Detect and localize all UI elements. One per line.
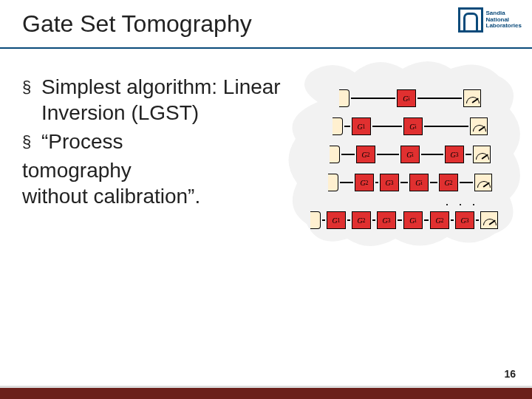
wire (377, 154, 399, 155)
wire (430, 182, 437, 183)
gate-g3: G3 (377, 211, 396, 229)
wire (398, 219, 402, 221)
wire (400, 182, 408, 183)
sequence-row: Gi (310, 86, 510, 111)
sequence-row: G2 Gi G3 (310, 142, 510, 167)
thunderbird-icon (458, 7, 483, 33)
wire (424, 126, 468, 127)
prep-icon (328, 174, 338, 191)
measure-icon (480, 211, 498, 229)
bullet-text: “Process (41, 129, 123, 154)
wire (375, 182, 378, 183)
gate-gi: Gi (403, 211, 423, 229)
gate-g2: G2 (352, 211, 371, 229)
wire (344, 126, 350, 127)
logo-line: Laboratories (486, 23, 522, 30)
ellipsis: . . . (414, 194, 510, 209)
page-number: 16 (504, 368, 516, 380)
bullet-item: § “Process (22, 129, 281, 154)
bullet-marker: § (22, 129, 41, 152)
gate-g2: G2 (355, 174, 374, 191)
gate-gi: Gi (400, 146, 420, 163)
sequence-row: G1 Gi (310, 114, 510, 139)
wire (351, 98, 395, 99)
prep-icon (330, 146, 340, 163)
gate-g1: G1 (352, 117, 371, 135)
bullet-continuation: tomography (22, 157, 281, 183)
gate-g3: G3 (380, 174, 399, 191)
wire (340, 182, 353, 183)
wire (372, 219, 375, 221)
bullet-continuation: without calibration”. (22, 183, 281, 209)
gate-sequence-diagram: Gi G1 Gi G2 Gi G3 (310, 86, 510, 236)
prep-icon (332, 117, 343, 135)
title-underline (0, 47, 532, 49)
wire (421, 154, 443, 155)
gate-g2: G2 (356, 146, 375, 163)
wire (417, 98, 462, 99)
slide: Gate Set Tomography Sandia National Labo… (0, 0, 532, 399)
gate-g1: G1 (327, 211, 346, 229)
prep-icon (339, 89, 349, 107)
gate-gi: Gi (403, 117, 423, 135)
measure-icon (470, 117, 488, 135)
footer-bar (0, 386, 532, 399)
bullet-text: Simplest algorithm: Linear Inversion (LG… (41, 74, 281, 126)
gate-g2: G2 (439, 174, 458, 191)
sequence-row: G1 G2 G3 Gi G2 G3 (310, 208, 510, 233)
wire (451, 219, 454, 221)
wire (476, 219, 479, 221)
gate-gi: Gi (409, 174, 429, 191)
wire (466, 154, 471, 155)
prep-icon (310, 211, 321, 229)
measure-icon (474, 174, 492, 191)
diagram-cloud: Gi G1 Gi G2 Gi G3 (281, 58, 525, 250)
wire (322, 219, 325, 221)
wire (347, 219, 350, 221)
body-content: § Simplest algorithm: Linear Inversion (… (22, 74, 281, 209)
logo-text: Sandia National Laboratories (486, 10, 522, 30)
wire (372, 126, 402, 127)
sequence-row: G2 G3 Gi G2 (310, 170, 510, 195)
sandia-logo: Sandia National Laboratories (458, 7, 522, 33)
wire (460, 182, 473, 183)
wire (424, 219, 429, 221)
gate-g3: G3 (445, 146, 464, 163)
gate-gi: Gi (397, 89, 416, 107)
gate-g2: G2 (430, 211, 449, 229)
bullet-item: § Simplest algorithm: Linear Inversion (… (22, 74, 281, 126)
wire (341, 154, 355, 155)
bullet-marker: § (22, 74, 41, 98)
gate-g3: G3 (455, 211, 474, 229)
page-title: Gate Set Tomography (22, 10, 252, 38)
measure-icon (463, 89, 481, 107)
measure-icon (473, 146, 491, 163)
